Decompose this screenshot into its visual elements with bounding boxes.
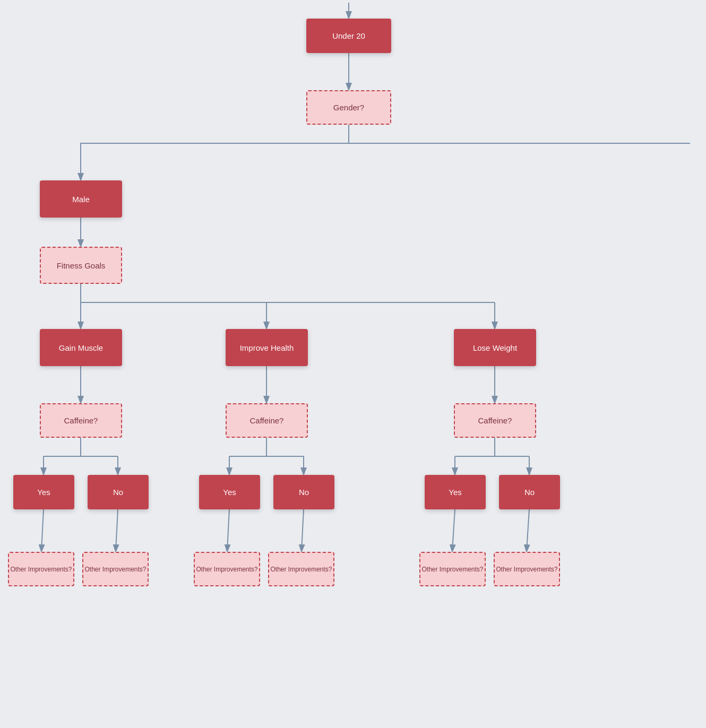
svg-line-17 (302, 509, 304, 551)
node-other-6: Other Improvements? (494, 552, 560, 586)
node-lose-weight: Lose Weight (454, 329, 536, 366)
node-caffeine-3: Caffeine? (454, 403, 536, 438)
svg-line-19 (527, 509, 529, 551)
node-yes-2: Yes (199, 475, 260, 509)
node-other-4: Other Improvements? (268, 552, 334, 586)
node-other-1: Other Improvements? (8, 552, 74, 586)
node-fitness-goals: Fitness Goals (40, 247, 122, 284)
node-no-1: No (88, 475, 149, 509)
node-male: Male (40, 180, 122, 218)
node-caffeine-1: Caffeine? (40, 403, 122, 438)
node-no-3: No (499, 475, 560, 509)
node-gender: Gender? (306, 90, 391, 125)
svg-line-15 (116, 509, 118, 551)
node-no-2: No (273, 475, 334, 509)
svg-line-18 (452, 509, 455, 551)
node-other-3: Other Improvements? (194, 552, 260, 586)
node-other-5: Other Improvements? (419, 552, 486, 586)
node-improve-health: Improve Health (226, 329, 308, 366)
node-yes-1: Yes (13, 475, 74, 509)
svg-line-16 (227, 509, 229, 551)
node-other-2: Other Improvements? (82, 552, 149, 586)
svg-line-14 (41, 509, 44, 551)
node-yes-3: Yes (425, 475, 486, 509)
node-gain-muscle: Gain Muscle (40, 329, 122, 366)
flowchart: Under 20 Gender? Male Fitness Goals Gain… (0, 0, 706, 728)
node-under20: Under 20 (306, 19, 391, 53)
node-caffeine-2: Caffeine? (226, 403, 308, 438)
